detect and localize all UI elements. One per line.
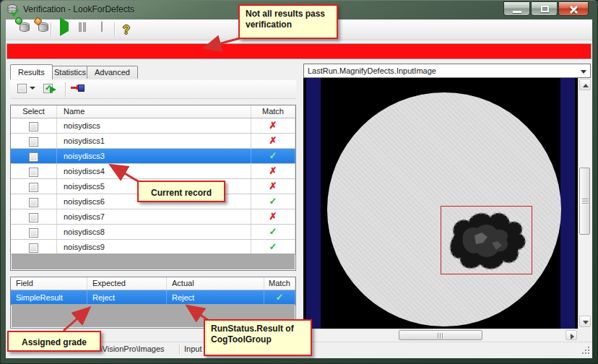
vertical-scrollbar[interactable] bbox=[578, 78, 591, 329]
table-row[interactable]: noisydiscs9 ✓ bbox=[11, 240, 295, 255]
status-divider bbox=[179, 344, 180, 355]
match-cell: ✓ bbox=[251, 194, 295, 209]
scroll-up-icon bbox=[583, 84, 589, 87]
table-row[interactable]: noisydiscs4 ✗ bbox=[11, 164, 295, 179]
scroll-right-button[interactable] bbox=[566, 330, 577, 340]
row-select-cell bbox=[11, 179, 57, 194]
row-checkbox[interactable] bbox=[29, 243, 38, 253]
pause-button[interactable] bbox=[75, 22, 91, 38]
match-status-icon: ✗ bbox=[269, 211, 277, 222]
minimize-icon bbox=[513, 11, 521, 13]
column-header-select[interactable]: Select bbox=[11, 105, 57, 118]
select-checkbox-icon bbox=[17, 84, 27, 93]
table-row-current[interactable]: noisydiscs3 ✓ bbox=[11, 149, 295, 164]
actual-cell: Reject bbox=[167, 290, 264, 305]
status-path: x\VisionPro\Images bbox=[96, 344, 165, 353]
image-display-panel bbox=[303, 78, 591, 341]
table-row[interactable]: noisydiscs7 ✗ bbox=[11, 209, 295, 225]
column-header-match[interactable]: Match bbox=[251, 105, 295, 118]
row-checkbox[interactable] bbox=[29, 122, 38, 131]
thumb-grip-icon bbox=[582, 199, 589, 204]
verify-database-button[interactable] bbox=[12, 22, 27, 38]
row-checkbox[interactable] bbox=[29, 198, 38, 207]
run-selected-button[interactable]: ✓ bbox=[43, 83, 61, 96]
stop-button[interactable] bbox=[94, 22, 110, 38]
goto-record-button[interactable] bbox=[71, 83, 87, 96]
help-button[interactable]: ? bbox=[118, 22, 134, 38]
results-table-header: Select Name Match bbox=[11, 105, 295, 118]
maximize-icon bbox=[541, 6, 549, 12]
image-canvas[interactable] bbox=[303, 78, 578, 329]
row-checkbox[interactable] bbox=[29, 137, 38, 147]
expected-cell: Reject bbox=[87, 290, 167, 305]
scroll-right-icon bbox=[571, 334, 574, 339]
column-header-field[interactable]: Field bbox=[11, 277, 87, 290]
match-cell: ✓ bbox=[264, 290, 295, 305]
pause-icon bbox=[79, 25, 87, 33]
column-header-expected[interactable]: Expected bbox=[87, 277, 167, 290]
tab-results[interactable]: Results bbox=[10, 64, 53, 79]
maximize-button[interactable] bbox=[531, 1, 558, 16]
toolbar-separator bbox=[51, 22, 51, 37]
close-button[interactable] bbox=[558, 1, 589, 16]
row-select-cell bbox=[11, 134, 57, 148]
image-selector-value: LastRun.MagnifyDefects.InputImage bbox=[308, 66, 436, 75]
close-icon bbox=[569, 9, 578, 10]
row-name: noisydiscs9 bbox=[57, 240, 251, 254]
run-button[interactable] bbox=[56, 22, 72, 38]
vertical-scroll-thumb[interactable] bbox=[579, 168, 590, 235]
row-name: noisydiscs8 bbox=[57, 225, 251, 239]
image-margin-left bbox=[306, 78, 321, 329]
play-icon bbox=[60, 17, 69, 36]
verification-failed-banner bbox=[6, 43, 592, 59]
edit-database-button[interactable] bbox=[30, 22, 46, 38]
record-icon bbox=[78, 84, 84, 92]
callout-assigned-grade: Assigned grade bbox=[7, 331, 101, 352]
scroll-up-button[interactable] bbox=[579, 79, 591, 90]
window-title: Verification - LookForDefects bbox=[23, 0, 134, 20]
match-cell: ✓ bbox=[251, 149, 295, 163]
match-status-icon: ✗ bbox=[269, 181, 277, 191]
row-checkbox[interactable] bbox=[29, 168, 38, 177]
toolstrip-separator bbox=[65, 82, 66, 97]
column-header-actual[interactable]: Actual bbox=[167, 277, 264, 290]
image-selector-dropdown[interactable]: LastRun.MagnifyDefects.InputImage bbox=[303, 64, 591, 78]
results-toolstrip: ✓ bbox=[10, 80, 296, 99]
match-cell: ✗ bbox=[251, 134, 295, 148]
horizontal-scroll-thumb[interactable] bbox=[399, 330, 482, 340]
column-header-name[interactable]: Name bbox=[57, 105, 251, 118]
row-name: noisydiscs1 bbox=[57, 134, 251, 148]
row-checkbox[interactable] bbox=[29, 152, 38, 162]
row-checkbox[interactable] bbox=[29, 213, 38, 222]
row-checkbox[interactable] bbox=[29, 228, 38, 238]
detail-row[interactable]: SimpleResult Reject Reject ✓ bbox=[11, 290, 295, 306]
match-status-icon: ✗ bbox=[269, 165, 277, 176]
column-header-match[interactable]: Match bbox=[264, 277, 295, 290]
row-select-cell bbox=[11, 118, 57, 133]
match-status-icon: ✗ bbox=[269, 120, 277, 131]
select-all-dropdown-button[interactable] bbox=[17, 83, 35, 96]
toolbar-separator bbox=[114, 22, 115, 37]
match-cell: ✗ bbox=[251, 209, 295, 224]
status-context: Input bbox=[184, 344, 202, 353]
resize-grip[interactable] bbox=[581, 345, 589, 354]
tab-advanced[interactable]: Advanced bbox=[87, 66, 138, 79]
row-select-cell bbox=[11, 240, 57, 254]
row-select-cell bbox=[11, 225, 57, 239]
callout-runstatus-result: RunStatus.Result of CogToolGroup bbox=[204, 319, 312, 356]
table-row[interactable]: noisydiscs8 ✓ bbox=[11, 225, 295, 240]
match-status-icon: ✓ bbox=[276, 292, 284, 303]
match-cell: ✗ bbox=[251, 164, 295, 178]
app-window: Verification - LookForDefects ? Results … bbox=[0, 0, 598, 364]
defect-region-box bbox=[441, 206, 532, 274]
minimize-button[interactable] bbox=[503, 1, 530, 16]
chevron-down-icon bbox=[581, 70, 586, 74]
table-row[interactable]: noisydiscs ✗ bbox=[11, 118, 295, 134]
row-checkbox[interactable] bbox=[29, 183, 38, 192]
thumb-grip-icon bbox=[438, 333, 443, 339]
row-select-cell bbox=[11, 149, 57, 163]
horizontal-scrollbar[interactable] bbox=[303, 329, 578, 341]
table-row[interactable]: noisydiscs1 ✗ bbox=[11, 134, 295, 149]
match-cell: ✓ bbox=[251, 225, 295, 239]
scroll-down-button[interactable] bbox=[579, 316, 591, 327]
